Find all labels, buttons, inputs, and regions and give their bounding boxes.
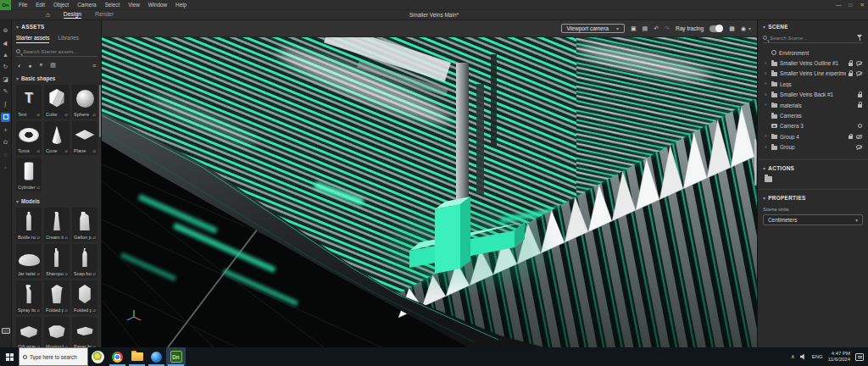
asset-tile-folded-pa-[interactable]: Folded pa...⇄ [72,280,97,314]
redo-camera-icon[interactable]: ↷ [665,25,670,32]
camera-bookmarks-icon[interactable]: ▤ [643,25,648,32]
denoise-icon[interactable]: ▦ [729,25,735,32]
expand-chevron-icon[interactable]: › [765,80,769,87]
eye-off-icon[interactable] [856,145,862,149]
expand-chevron-icon[interactable]: › [765,102,769,108]
actions-header[interactable]: ▾ ACTIONS [763,165,863,171]
asset-tile-gallon-jug[interactable]: Gallon jug⇄ [72,208,97,241]
chrome-icon[interactable] [108,347,127,366]
assets-tab-starter-assets[interactable]: Starter assets [16,35,49,43]
dimension-taskbar-icon[interactable]: Dn [166,347,186,366]
properties-header[interactable]: ▾ PROPERTIES [763,195,863,201]
expand-chevron-icon[interactable]: › [765,92,769,98]
menu-camera[interactable]: Camera [73,2,100,8]
asset-tile-plane[interactable]: Plane⇄ [72,121,97,155]
menu-help[interactable]: Help [171,2,191,8]
orbit-tool[interactable]: ↻ [1,64,10,71]
hand-tool[interactable]: ◦ [1,164,10,171]
tab-design[interactable]: Design [64,11,81,19]
eye-off-icon[interactable] [856,61,862,65]
undo-camera-icon[interactable]: ↶ [654,25,659,32]
lock-icon[interactable] [849,63,853,66]
asset-tile-moving-bo-[interactable]: Moving bo...⇄ [44,317,70,347]
assets-search-input[interactable] [23,48,97,54]
expand-chevron-icon[interactable]: › [765,60,769,67]
section-header-basic-shapes[interactable]: ▾Basic shapes [16,75,97,81]
assets-header[interactable]: ▾ ASSETS [16,24,97,30]
eyedropper-tool[interactable]: ⊙ [1,139,10,147]
viewport-camera-dropdown[interactable]: Viewport camera ▾ [561,24,625,33]
scene-row-cameras[interactable]: Cameras [763,110,863,120]
view-options-button[interactable]: ◉ ▾ [741,25,751,32]
taskbar-search[interactable]: Type here to search [19,347,88,366]
news-widget-icon[interactable] [88,347,108,366]
edge-icon[interactable] [147,347,166,366]
close-button[interactable]: ✕ [860,0,865,10]
lock-icon[interactable] [849,136,853,139]
asset-tile-folded-pa-[interactable]: Folded pa...⇄ [44,280,70,314]
select-tool[interactable]: ▶ [0,36,11,48]
marquee-select-tool[interactable] [1,113,10,122]
camera-bookmark-add-icon[interactable]: ▣ [631,25,637,32]
ray-tracing-toggle[interactable] [709,25,723,32]
brush-tool[interactable]: ∫ [1,100,10,108]
asset-tile-shampoo-[interactable]: Shampoo ...⇄ [44,244,70,278]
menu-select[interactable]: Select [101,2,125,8]
assets-tab-libraries[interactable]: Libraries [58,35,79,43]
menu-object[interactable]: Object [49,2,73,8]
zoom-tool[interactable]: ◌ [1,151,10,158]
asset-tile-soap-bottle[interactable]: Soap bottle⇄ [72,244,97,278]
scale-tool[interactable]: ▲ [1,51,10,58]
move-tool[interactable]: ⊚ [1,26,10,34]
scene-header[interactable]: ▾ SCENE [763,24,863,30]
scene-row-smaller-veins-back-1[interactable]: ›Smaller Veins Back #1 [763,90,863,100]
file-explorer-icon[interactable] [127,347,147,366]
asset-tile-text[interactable]: Text⇄ [16,85,42,119]
asset-tile-cube[interactable]: Cube⇄ [44,85,70,119]
filter-icon[interactable] [857,35,863,41]
lock-icon[interactable] [858,104,862,108]
asset-tile-bottle-rou-[interactable]: Bottle rou...⇄ [16,208,42,241]
expand-chevron-icon[interactable]: › [765,133,769,140]
scene-units-select[interactable]: Centimeters ▾ [763,214,863,225]
scene-row-legs[interactable]: ›Legs [763,79,863,89]
start-button[interactable] [0,347,19,366]
scene-row-environment[interactable]: Environment [763,47,863,58]
asset-tile-paper-box-[interactable]: Paper box...⇄ [72,317,97,347]
3d-canvas[interactable] [102,37,757,347]
actions-folder-icon[interactable] [765,176,772,182]
assets-scrollbar[interactable] [99,85,101,137]
asset-tile-jar-twist-s-[interactable]: Jar twist s...⇄ [16,244,42,278]
materials-filter-icon[interactable]: ◐ [18,63,21,69]
scene-row-smaller-veins-outline-1[interactable]: ›Smaller Veins Outline #1 [763,58,863,68]
restore-button[interactable]: □ [849,0,853,10]
asset-tile-torus[interactable]: Torus⇄ [16,121,42,155]
list-view-icon[interactable]: ≡ [92,63,96,69]
scene-row-group[interactable]: ›Group [763,142,863,152]
hidden-icons-button[interactable]: ∧ [791,353,795,360]
scene-row-camera-3[interactable]: Camera 3 [763,121,863,131]
monitor-icon[interactable] [2,328,10,334]
expand-chevron-icon[interactable]: › [765,70,769,77]
eraser-tool[interactable]: ◪ [1,75,10,83]
scene-search-input[interactable] [770,35,854,41]
asset-tile-spray-bott-[interactable]: Spray bott...⇄ [16,280,42,314]
menu-file[interactable]: File [14,2,31,8]
viewport-scrollbar[interactable] [754,139,756,186]
tab-render[interactable]: Render [95,11,114,19]
asset-tile-cone[interactable]: Cone⇄ [44,121,70,155]
lock-icon[interactable] [858,94,862,97]
speaker-icon[interactable] [800,354,807,360]
pen-tool[interactable]: ✎ [1,88,10,96]
menu-edit[interactable]: Edit [31,2,49,8]
scene-row-smaller-veins-line-experiment-1[interactable]: ›Smaller Veins Line experiment #1 [763,69,863,79]
eye-off-icon[interactable] [856,135,862,139]
asset-tile-gift-wrapp-[interactable]: Gift wrapp...⇄ [16,317,42,347]
scene-row-group-4[interactable]: ›Group 4 [763,131,863,141]
lock-icon[interactable] [849,73,853,76]
expand-chevron-icon[interactable]: › [765,144,769,151]
asset-tile-sphere[interactable]: Sphere⇄ [72,85,97,119]
add-tool[interactable]: + [1,126,10,134]
minimize-button[interactable]: — [836,0,842,10]
clock[interactable]: 4:47 PM 11/6/2024 [828,351,850,363]
